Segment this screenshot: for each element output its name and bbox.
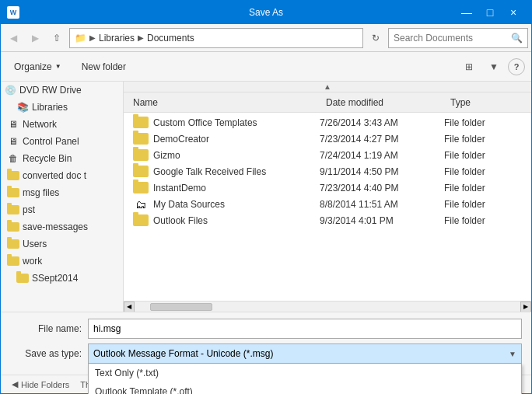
sidebar-item-msg-files[interactable]: msg files bbox=[1, 184, 123, 201]
breadcrumb-documents: Documents bbox=[147, 33, 194, 44]
horizontal-scrollbar[interactable]: ◀ ▶ bbox=[124, 301, 531, 312]
hide-folders-arrow-icon: ◀ bbox=[12, 379, 18, 389]
library-icon: 📚 bbox=[16, 101, 29, 113]
up-button[interactable]: ⇧ bbox=[47, 29, 66, 47]
file-item-0[interactable]: Custom Office Templates 7/26/2014 3:43 A… bbox=[124, 114, 531, 131]
folder-icon-6 bbox=[133, 214, 149, 226]
sidebar-label-pst: pst bbox=[23, 204, 35, 215]
col-header-date[interactable]: Date modified bbox=[323, 97, 447, 108]
new-folder-label: New folder bbox=[82, 61, 126, 72]
sidebar-item-converted-doc[interactable]: converted doc t bbox=[1, 167, 123, 184]
sidebar-item-dvd-rw[interactable]: 💿 DVD RW Drive bbox=[1, 82, 123, 99]
filename-input[interactable] bbox=[88, 319, 522, 339]
maximize-button[interactable]: □ bbox=[478, 1, 502, 24]
folder-icon-pst bbox=[7, 204, 19, 216]
sidebar-item-ssept2014[interactable]: SSept2014 bbox=[1, 270, 123, 287]
file-item-4[interactable]: InstantDemo 7/23/2014 4:40 PM File folde… bbox=[124, 180, 531, 196]
sidebar-label-ssept2014: SSept2014 bbox=[32, 273, 78, 284]
refresh-button[interactable]: ↻ bbox=[366, 29, 385, 47]
sidebar-label-network: Network bbox=[23, 119, 57, 130]
file-item-2[interactable]: Gizmo 7/24/2014 1:19 AM File folder bbox=[124, 147, 531, 163]
back-button[interactable]: ◀ bbox=[4, 29, 23, 47]
folder-icon-ssept bbox=[16, 272, 29, 284]
address-path[interactable]: 📁 ▶ Libraries ▶ Documents bbox=[69, 28, 363, 48]
search-box[interactable]: 🔍 bbox=[388, 28, 528, 48]
file-item-3[interactable]: Google Talk Received Files 9/11/2014 4:5… bbox=[124, 163, 531, 180]
view-arrow-icon: ▼ bbox=[489, 61, 499, 72]
back-icon: ◀ bbox=[10, 33, 17, 44]
scroll-right-button[interactable]: ▶ bbox=[520, 302, 531, 312]
file-item-6[interactable]: Outlook Files 9/3/2014 4:01 PM File fold… bbox=[124, 212, 531, 228]
option-text-only[interactable]: Text Only (*.txt) bbox=[89, 364, 521, 382]
folder-icon-work bbox=[7, 255, 19, 267]
network-icon: 🖥 bbox=[7, 118, 19, 131]
sidebar-item-recycle-bin[interactable]: 🗑 Recycle Bin bbox=[1, 150, 123, 167]
sidebar-item-control-panel[interactable]: 🖥 Control Panel bbox=[1, 133, 123, 150]
savetype-arrow-icon: ▼ bbox=[509, 350, 516, 358]
file-item-1[interactable]: DemoCreator 7/23/2014 4:27 PM File folde… bbox=[124, 131, 531, 147]
scroll-up-area[interactable]: ▲ bbox=[124, 82, 531, 92]
view-arrow-button[interactable]: ▼ bbox=[483, 58, 505, 76]
refresh-icon: ↻ bbox=[372, 33, 380, 44]
sidebar-item-pst[interactable]: pst bbox=[1, 201, 123, 218]
file-type-6: File folder bbox=[444, 215, 522, 226]
breadcrumb-sep2: ▶ bbox=[138, 33, 144, 42]
help-button[interactable]: ? bbox=[508, 58, 525, 75]
file-name-6: Outlook Files bbox=[153, 215, 320, 226]
file-name-5: My Data Sources bbox=[153, 199, 320, 210]
folder-icon-3 bbox=[133, 166, 149, 177]
col-header-type[interactable]: Type bbox=[447, 97, 525, 108]
toolbar: Organize ▼ New folder ⊞ ▼ ? bbox=[1, 52, 531, 82]
search-input[interactable] bbox=[394, 33, 511, 44]
recycle-bin-icon: 🗑 bbox=[7, 152, 19, 165]
file-name-3: Google Talk Received Files bbox=[153, 166, 320, 177]
window-title: Save As bbox=[1, 7, 531, 18]
hscroll-track[interactable] bbox=[135, 303, 520, 311]
app-icon: W bbox=[7, 6, 19, 19]
view-button[interactable]: ⊞ bbox=[458, 58, 480, 76]
up-icon: ⇧ bbox=[53, 33, 61, 44]
sidebar-item-work[interactable]: work bbox=[1, 253, 123, 270]
sidebar-item-save-messages[interactable]: save-messages bbox=[1, 218, 123, 235]
file-type-1: File folder bbox=[444, 134, 522, 145]
main-content: 💿 DVD RW Drive 📚 Libraries 🖥 Network 🖥 C… bbox=[1, 82, 531, 312]
file-type-5: File folder bbox=[444, 199, 522, 210]
file-type-3: File folder bbox=[444, 166, 522, 177]
folder-icon-2 bbox=[133, 149, 149, 161]
sidebar-label-libraries: Libraries bbox=[32, 102, 68, 113]
organize-arrow-icon: ▼ bbox=[55, 63, 61, 70]
control-panel-icon: 🖥 bbox=[7, 135, 19, 148]
datasource-icon-5: 🗂 bbox=[133, 198, 149, 210]
breadcrumb-libraries: Libraries bbox=[99, 33, 135, 44]
sidebar-item-libraries[interactable]: 📚 Libraries bbox=[1, 99, 123, 116]
file-date-0: 7/26/2014 3:43 AM bbox=[320, 117, 444, 128]
savetype-dropdown[interactable]: Outlook Message Format - Unicode (*.msg)… bbox=[88, 343, 522, 364]
option-outlook-template[interactable]: Outlook Template (*.oft) bbox=[89, 382, 521, 394]
file-name-4: InstantDemo bbox=[153, 183, 320, 194]
file-date-2: 7/24/2014 1:19 AM bbox=[320, 150, 444, 161]
close-button[interactable]: × bbox=[502, 1, 525, 24]
new-folder-button[interactable]: New folder bbox=[75, 58, 133, 76]
file-date-4: 7/23/2014 4:40 PM bbox=[320, 183, 444, 194]
address-bar: ◀ ▶ ⇧ 📁 ▶ Libraries ▶ Documents ↻ 🔍 bbox=[1, 24, 531, 52]
minimize-button[interactable]: — bbox=[455, 1, 478, 24]
sidebar-label-work: work bbox=[23, 256, 42, 267]
file-item-5[interactable]: 🗂 My Data Sources 8/8/2014 11:51 AM File… bbox=[124, 196, 531, 212]
forward-button[interactable]: ▶ bbox=[26, 29, 44, 47]
scroll-left-icon: ◀ bbox=[127, 303, 131, 310]
hscroll-thumb[interactable] bbox=[150, 303, 212, 311]
folder-icon-save bbox=[7, 221, 19, 233]
filename-label: File name: bbox=[10, 323, 88, 334]
file-list-header: Name Date modified Type bbox=[124, 92, 531, 113]
folder-icon-msg bbox=[7, 187, 19, 199]
file-name-1: DemoCreator bbox=[153, 134, 320, 145]
sidebar-label-dvd-rw: DVD RW Drive bbox=[19, 85, 82, 96]
scroll-left-button[interactable]: ◀ bbox=[124, 302, 135, 312]
col-header-name[interactable]: Name bbox=[130, 97, 323, 108]
organize-button[interactable]: Organize ▼ bbox=[7, 58, 68, 76]
sidebar-item-users[interactable]: Users bbox=[1, 235, 123, 253]
savetype-dropdown-popup: Text Only (*.txt) Outlook Template (*.of… bbox=[88, 364, 522, 394]
sidebar-item-network[interactable]: 🖥 Network bbox=[1, 116, 123, 133]
folder-icon-users bbox=[7, 238, 19, 250]
hide-folders-button[interactable]: ◀ Hide Folders bbox=[7, 378, 74, 391]
